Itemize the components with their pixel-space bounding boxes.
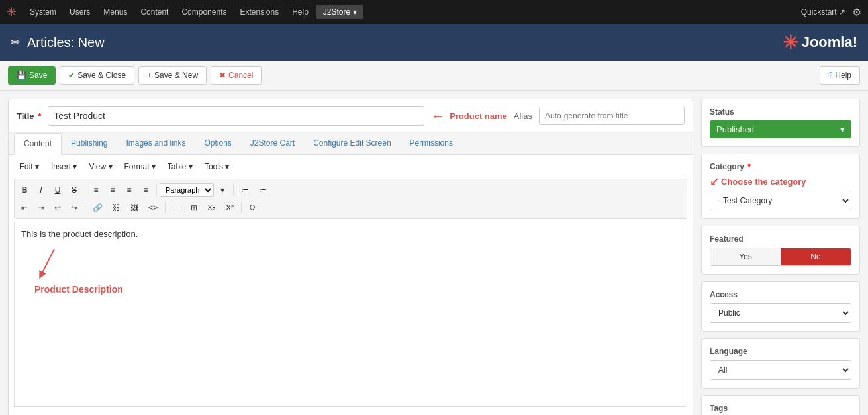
toolbar-separator-2: [156, 184, 157, 196]
nav-users[interactable]: Users: [64, 0, 95, 24]
svg-line-0: [41, 249, 54, 275]
editor-align-justify-button[interactable]: ≡: [138, 183, 154, 197]
access-select[interactable]: Public: [710, 303, 851, 323]
featured-toggle: Yes No: [710, 248, 851, 266]
editor-menubar: Edit ▾ Insert ▾ View ▾ Format ▾ Table ▾ …: [14, 160, 687, 176]
settings-icon[interactable]: ⚙: [852, 6, 861, 19]
editor-content: This is the product description.: [21, 229, 138, 239]
status-value: Published: [716, 124, 754, 134]
status-dropdown[interactable]: Published ▾: [710, 120, 851, 138]
editor-underline-button[interactable]: U: [50, 183, 66, 197]
editor-indent-left-button[interactable]: ⇤: [17, 201, 32, 215]
alias-label: Alias: [514, 111, 532, 121]
editor-menu-view[interactable]: View ▾: [83, 160, 117, 173]
editor-menu-tools[interactable]: Tools ▾: [199, 160, 234, 173]
toolbar-separator-1: [85, 184, 85, 196]
j2store-menu[interactable]: J2Store ▾: [316, 5, 363, 19]
product-name-annotation: ← Product name: [431, 109, 507, 122]
tab-j2store-cart[interactable]: J2Store Cart: [241, 133, 304, 154]
editor-align-center-button[interactable]: ≡: [105, 183, 121, 197]
editor-hr-button[interactable]: —: [168, 201, 185, 215]
tab-publishing[interactable]: Publishing: [62, 133, 117, 154]
status-label: Status: [710, 107, 851, 116]
editor-container: Edit ▾ Insert ▾ View ▾ Format ▾ Table ▾ …: [9, 155, 693, 412]
editor-superscript-button[interactable]: X²: [221, 201, 238, 215]
product-name-label: Product name: [450, 111, 507, 121]
tags-label: Tags: [710, 404, 851, 413]
quickstart-link[interactable]: Quickstart ↗: [801, 7, 845, 17]
save-close-button[interactable]: ✔ Save & Close: [60, 66, 134, 85]
editor-menu-edit[interactable]: Edit ▾: [14, 160, 44, 173]
nav-components[interactable]: Components: [176, 0, 232, 24]
annotation-arrow-icon: ↙: [710, 175, 718, 188]
left-panel: Title * ← Product name Alias Content Pub…: [8, 99, 693, 415]
editor-undo-button[interactable]: ↩: [50, 201, 66, 215]
question-icon: ?: [828, 71, 833, 80]
arrow-right-icon: ←: [431, 109, 444, 122]
check-icon: ✔: [68, 71, 75, 80]
joomla-nav-logo: ✳: [7, 5, 17, 19]
toolbar: 💾 Save ✔ Save & Close + Save & New ✖ Can…: [0, 61, 868, 91]
nav-extensions[interactable]: Extensions: [234, 0, 284, 24]
choose-category-annotation: ↙ Choose the category: [710, 175, 851, 188]
floppy-icon: 💾: [17, 71, 26, 80]
featured-no-button[interactable]: No: [781, 248, 851, 265]
joomla-brand-label: Joomla!: [802, 34, 857, 51]
save-new-button[interactable]: + Save & New: [138, 66, 207, 85]
language-label: Language: [710, 347, 851, 356]
nav-menus[interactable]: Menus: [98, 0, 132, 24]
editor-ul-button[interactable]: ≔: [236, 183, 254, 197]
annotation-arrow-svg: [28, 249, 81, 289]
tab-configure-edit[interactable]: Configure Edit Screen: [304, 133, 400, 154]
language-select[interactable]: All: [710, 360, 851, 380]
title-input[interactable]: [48, 106, 424, 126]
editor-strikethrough-button[interactable]: S: [66, 183, 82, 197]
language-section: Language All: [701, 338, 860, 389]
featured-label: Featured: [710, 234, 851, 244]
editor-italic-button[interactable]: I: [33, 183, 49, 197]
editor-unlink-button[interactable]: ⛓: [108, 201, 125, 215]
nav-content[interactable]: Content: [135, 0, 173, 24]
editor-area[interactable]: This is the product description. Product…: [14, 222, 687, 407]
help-button[interactable]: ? Help: [820, 66, 860, 85]
tabs: Content Publishing Images and links Opti…: [9, 133, 693, 155]
title-bar: ✏ Articles: New ✳ Joomla!: [0, 24, 868, 61]
format-dropdown-btn[interactable]: ▾: [215, 183, 230, 197]
alias-input[interactable]: [539, 107, 685, 125]
toolbar-separator-3: [233, 184, 234, 196]
editor-align-right-button[interactable]: ≡: [121, 183, 137, 197]
nav-system[interactable]: System: [24, 0, 62, 24]
editor-menu-table[interactable]: Table ▾: [162, 160, 198, 173]
editor-menu-format[interactable]: Format ▾: [119, 160, 161, 173]
nav-help[interactable]: Help: [287, 0, 314, 24]
page-title: Articles: New: [27, 35, 783, 50]
tab-permissions[interactable]: Permissions: [401, 133, 462, 154]
editor-link-button[interactable]: 🔗: [88, 201, 107, 215]
editor-code-button[interactable]: <>: [144, 201, 162, 215]
editor-subscript-button[interactable]: X₂: [203, 201, 220, 215]
editor-align-left-button[interactable]: ≡: [88, 183, 104, 197]
editor-bold-button[interactable]: B: [17, 183, 32, 197]
status-chevron-icon: ▾: [840, 124, 845, 134]
plus-icon: +: [147, 71, 152, 80]
editor-ol-button[interactable]: ≔: [254, 183, 271, 197]
save-button[interactable]: 💾 Save: [8, 66, 56, 85]
format-select[interactable]: Paragraph: [160, 183, 214, 197]
editor-indent-right-button[interactable]: ⇥: [33, 201, 49, 215]
editor-table-button[interactable]: ⊞: [186, 201, 202, 215]
tab-images-links[interactable]: Images and links: [117, 133, 195, 154]
featured-yes-button[interactable]: Yes: [710, 248, 781, 265]
category-select[interactable]: - Test Category: [710, 191, 851, 210]
toolbar-separator-4: [85, 202, 85, 214]
editor-menu-insert[interactable]: Insert ▾: [46, 160, 82, 173]
editor-redo-button[interactable]: ↪: [66, 201, 82, 215]
editor-image-button[interactable]: 🖼: [126, 201, 143, 215]
choose-category-label: Choose the category: [721, 177, 806, 187]
right-panel: Status Published ▾ Category * ↙ Choose t…: [701, 99, 860, 415]
editor-special-char-button[interactable]: Ω: [244, 201, 260, 215]
tab-options[interactable]: Options: [195, 133, 240, 154]
cancel-button[interactable]: ✖ Cancel: [211, 66, 262, 85]
joomla-star-icon: ✳: [783, 32, 798, 54]
tab-content[interactable]: Content: [14, 133, 62, 155]
access-label: Access: [710, 290, 851, 299]
